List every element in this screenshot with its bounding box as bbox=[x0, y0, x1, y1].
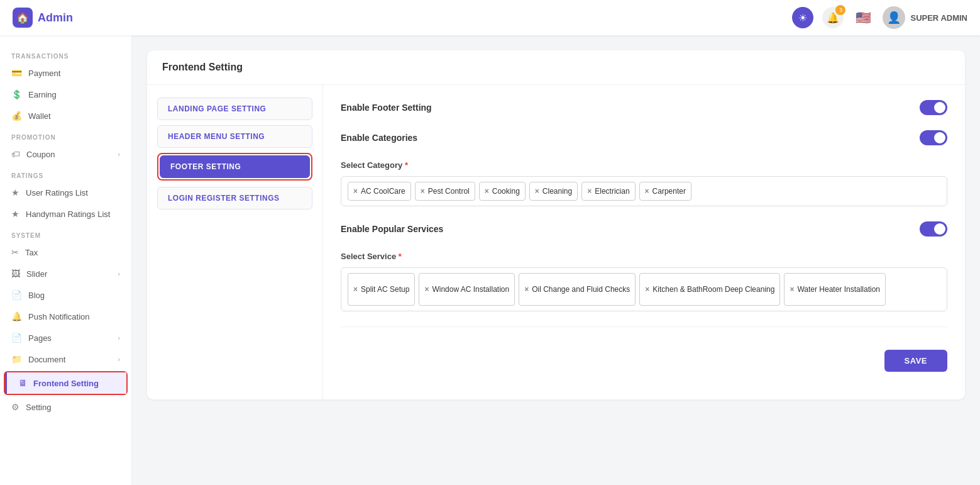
slider-chevron: › bbox=[118, 270, 120, 277]
sidebar-label-user-ratings: User Ratings List bbox=[26, 188, 88, 198]
sidebar-item-document[interactable]: 📁 Document › bbox=[0, 348, 131, 370]
enable-footer-toggle[interactable] bbox=[920, 100, 947, 115]
tax-icon: ✂ bbox=[11, 247, 19, 257]
category-required-star: * bbox=[405, 160, 408, 170]
sidebar-item-user-ratings[interactable]: ★ User Ratings List bbox=[0, 182, 131, 203]
payment-icon: 💳 bbox=[11, 68, 22, 78]
tag-pest-control[interactable]: × Pest Control bbox=[415, 182, 475, 201]
notification-button[interactable]: 🔔 3 bbox=[822, 7, 844, 28]
nav-btn-login-register[interactable]: LOGIN REGISTER SETTINGS bbox=[157, 187, 312, 209]
nav-btn-header-menu[interactable]: HEADER MENU SETTING bbox=[157, 125, 312, 148]
tag-ac-coolcare[interactable]: × AC CoolCare bbox=[348, 182, 411, 201]
nav-btn-footer-setting[interactable]: FOOTER SETTING bbox=[160, 155, 310, 178]
nav-btn-landing-page[interactable]: LANDING PAGE SETTING bbox=[157, 98, 312, 120]
sidebar-section-transactions: TRANSACTIONS 💳 Payment 💲 Earning 💰 Walle… bbox=[0, 45, 131, 126]
select-service-label: Select Service * bbox=[341, 252, 947, 261]
header-right: ☀ 🔔 3 🇺🇸 👤 SUPER ADMIN bbox=[792, 6, 967, 29]
save-button[interactable]: SAVE bbox=[884, 350, 947, 372]
sidebar-item-tax[interactable]: ✂ Tax bbox=[0, 242, 131, 263]
enable-categories-toggle-row: Enable Categories bbox=[341, 130, 947, 145]
sidebar-label-blog: Blog bbox=[28, 291, 45, 300]
sidebar-label-wallet: Wallet bbox=[28, 111, 51, 121]
tag-label: Pest Control bbox=[428, 187, 470, 196]
tag-remove-icon[interactable]: × bbox=[790, 285, 794, 294]
coupon-icon: 🏷 bbox=[11, 149, 20, 159]
tag-remove-icon[interactable]: × bbox=[353, 285, 358, 294]
enable-categories-label: Enable Categories bbox=[341, 133, 417, 143]
sidebar-item-handyman-ratings[interactable]: ★ Handyman Ratings List bbox=[0, 203, 131, 225]
tag-oil-change[interactable]: × Oil Change and Fluid Checks bbox=[519, 273, 636, 306]
tag-cleaning[interactable]: × Cleaning bbox=[529, 182, 578, 201]
tag-remove-icon[interactable]: × bbox=[587, 187, 592, 196]
service-tag-input[interactable]: × Split AC Setup × Window AC Installatio… bbox=[341, 267, 947, 311]
push-notification-icon: 🔔 bbox=[11, 311, 22, 321]
sidebar-item-wallet[interactable]: 💰 Wallet bbox=[0, 105, 131, 126]
tag-cooking[interactable]: × Cooking bbox=[479, 182, 526, 201]
sidebar-section-ratings: RATINGS ★ User Ratings List ★ Handyman R… bbox=[0, 165, 131, 225]
app-logo[interactable]: 🏠 Admin bbox=[13, 8, 73, 28]
sidebar-item-frontend-setting[interactable]: 🖥 Frontend Setting bbox=[5, 372, 126, 394]
tag-label: Window AC Installation bbox=[432, 285, 509, 294]
tag-water-heater[interactable]: × Water Heater Installation bbox=[784, 273, 886, 306]
tag-remove-icon[interactable]: × bbox=[535, 187, 539, 196]
sidebar-label-setting: Setting bbox=[26, 403, 51, 412]
tag-remove-icon[interactable]: × bbox=[424, 285, 429, 294]
tag-electrician[interactable]: × Electrician bbox=[581, 182, 635, 201]
language-selector[interactable]: 🇺🇸 bbox=[852, 10, 874, 25]
earning-icon: 💲 bbox=[11, 89, 22, 99]
sidebar-label-tax: Tax bbox=[25, 248, 38, 257]
tag-label: Electrician bbox=[595, 187, 629, 196]
tag-remove-icon[interactable]: × bbox=[524, 285, 529, 294]
page-card-body: LANDING PAGE SETTING HEADER MENU SETTING… bbox=[147, 85, 965, 399]
document-chevron: › bbox=[118, 355, 120, 363]
settings-panel: Enable Footer Setting Enable Categories … bbox=[323, 85, 965, 399]
divider bbox=[341, 326, 947, 327]
select-category-label: Select Category * bbox=[341, 160, 947, 170]
page-card-header: Frontend Setting bbox=[147, 50, 965, 85]
sidebar-label-slider: Slider bbox=[26, 269, 47, 279]
sidebar-item-push-notification[interactable]: 🔔 Push Notification bbox=[0, 306, 131, 327]
sidebar-item-payment[interactable]: 💳 Payment bbox=[0, 62, 131, 84]
sun-icon: ☀ bbox=[798, 12, 807, 24]
sidebar-label-pages: Pages bbox=[28, 333, 52, 343]
frontend-setting-icon: 🖥 bbox=[18, 378, 27, 388]
tag-remove-icon[interactable]: × bbox=[645, 285, 649, 294]
wallet-icon: 💰 bbox=[11, 111, 22, 121]
ratings-label: RATINGS bbox=[0, 165, 131, 182]
top-header: 🏠 Admin ☀ 🔔 3 🇺🇸 👤 SUPER ADMIN bbox=[0, 0, 980, 35]
service-required-star: * bbox=[399, 252, 402, 261]
sidebar-item-earning[interactable]: 💲 Earning bbox=[0, 84, 131, 105]
tag-split-ac[interactable]: × Split AC Setup bbox=[348, 273, 415, 306]
save-row: SAVE bbox=[341, 340, 947, 374]
enable-categories-toggle[interactable] bbox=[920, 130, 947, 145]
tag-remove-icon[interactable]: × bbox=[485, 187, 489, 196]
category-tag-input[interactable]: × AC CoolCare × Pest Control × Cooking bbox=[341, 176, 947, 206]
tag-remove-icon[interactable]: × bbox=[645, 187, 649, 196]
sidebar-item-coupon[interactable]: 🏷 Coupon › bbox=[0, 143, 131, 165]
tag-remove-icon[interactable]: × bbox=[421, 187, 425, 196]
handyman-ratings-icon: ★ bbox=[11, 209, 19, 219]
sidebar-item-slider[interactable]: 🖼 Slider › bbox=[0, 263, 131, 284]
tag-window-ac[interactable]: × Window AC Installation bbox=[419, 273, 515, 306]
app-title: Admin bbox=[38, 11, 73, 25]
user-profile[interactable]: 👤 SUPER ADMIN bbox=[883, 6, 967, 29]
sidebar-item-pages[interactable]: 📄 Pages › bbox=[0, 327, 131, 348]
enable-footer-toggle-row: Enable Footer Setting bbox=[341, 100, 947, 115]
page-title: Frontend Setting bbox=[162, 62, 243, 72]
sidebar-section-system: SYSTEM ✂ Tax 🖼 Slider › 📄 Blog bbox=[0, 225, 131, 418]
tag-label: Kitchen & BathRoom Deep Cleaning bbox=[652, 285, 774, 294]
sidebar-label-coupon: Coupon bbox=[26, 150, 55, 159]
sidebar-item-setting[interactable]: ⚙ Setting bbox=[0, 396, 131, 418]
tag-carpenter[interactable]: × Carpenter bbox=[639, 182, 691, 201]
avatar: 👤 bbox=[883, 6, 905, 29]
tag-remove-icon[interactable]: × bbox=[353, 187, 358, 196]
promotion-label: PROMOTION bbox=[0, 126, 131, 143]
tag-kitchen-bathroom[interactable]: × Kitchen & BathRoom Deep Cleaning bbox=[639, 273, 780, 306]
enable-popular-services-toggle[interactable] bbox=[920, 221, 947, 237]
enable-popular-services-toggle-row: Enable Popular Services bbox=[341, 221, 947, 237]
logo-icon: 🏠 bbox=[13, 8, 33, 28]
sidebar-item-blog[interactable]: 📄 Blog bbox=[0, 284, 131, 306]
select-category-section: Select Category * × AC CoolCare × Pest C… bbox=[341, 160, 947, 206]
tag-label: Cleaning bbox=[542, 187, 572, 196]
theme-toggle-button[interactable]: ☀ bbox=[792, 7, 813, 28]
